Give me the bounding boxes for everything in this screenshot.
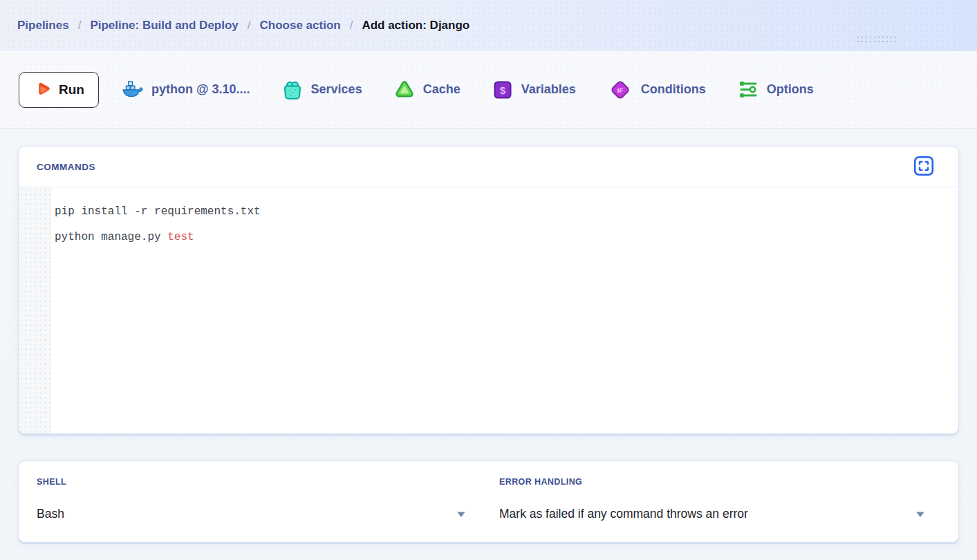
- tab-options-label: Options: [767, 82, 814, 97]
- run-button[interactable]: Run: [19, 72, 99, 108]
- tab-environment-label: python @ 3.10....: [151, 82, 250, 97]
- error-handling-label: ERROR HANDLING: [499, 477, 925, 487]
- command-editor: pip install -r requirements.txtpython ma…: [19, 187, 958, 433]
- shell-field: SHELL Bash: [19, 461, 499, 542]
- docker-icon: [122, 81, 143, 98]
- breadcrumb-separator: /: [350, 19, 353, 32]
- tab-bar: python @ 3.10.... Services: [122, 77, 814, 102]
- commands-panel: COMMANDS pip install -r requirements.txt…: [18, 146, 959, 434]
- command-code-area[interactable]: pip install -r requirements.txtpython ma…: [51, 187, 958, 433]
- breadcrumb-separator: /: [78, 19, 82, 32]
- tab-conditions[interactable]: IF Conditions: [608, 77, 706, 102]
- services-icon: [282, 80, 303, 100]
- error-handling-select[interactable]: Mark as failed if any command throws an …: [499, 507, 925, 521]
- code-line: python manage.py test: [55, 225, 945, 250]
- tab-cache-label: Cache: [423, 82, 460, 97]
- breadcrumb-item-pipeline[interactable]: Pipeline: Build and Deploy: [90, 19, 238, 32]
- header-dots-decoration: [856, 35, 896, 44]
- breadcrumb-item-choose-action[interactable]: Choose action: [260, 19, 341, 32]
- svg-text:IF: IF: [617, 86, 624, 93]
- breadcrumb: Pipelines / Pipeline: Build and Deploy /…: [0, 0, 977, 51]
- breadcrumb-separator: /: [248, 19, 251, 32]
- action-toolbar: Run python @ 3.10....: [0, 51, 977, 129]
- options-icon: [738, 80, 759, 99]
- run-button-label: Run: [59, 82, 84, 97]
- tab-conditions-label: Conditions: [641, 82, 706, 97]
- shell-label: SHELL: [37, 477, 466, 487]
- settings-panel: SHELL Bash ERROR HANDLING Mark as failed…: [18, 460, 959, 543]
- breadcrumb-item-current: Add action: Django: [362, 19, 469, 32]
- expand-icon: [913, 156, 934, 178]
- editor-gutter: [19, 187, 51, 433]
- tab-services[interactable]: Services: [282, 80, 362, 100]
- error-handling-value: Mark as failed if any command throws an …: [499, 507, 748, 521]
- commands-panel-header: COMMANDS: [19, 147, 958, 187]
- shell-select[interactable]: Bash: [37, 507, 466, 521]
- tab-options[interactable]: Options: [738, 80, 814, 99]
- code-line: pip install -r requirements.txt: [55, 199, 945, 225]
- tab-cache[interactable]: Cache: [394, 80, 460, 100]
- conditions-icon: IF: [608, 77, 633, 102]
- expand-editor-button[interactable]: [913, 156, 935, 178]
- commands-title: COMMANDS: [37, 162, 95, 172]
- play-icon: [33, 81, 51, 99]
- tab-services-label: Services: [311, 82, 362, 97]
- tab-variables-label: Variables: [521, 82, 576, 97]
- error-handling-field: ERROR HANDLING Mark as failed if any com…: [499, 461, 958, 542]
- tab-environment[interactable]: python @ 3.10....: [122, 81, 250, 98]
- shell-value: Bash: [37, 507, 64, 521]
- variables-icon: $: [492, 80, 513, 100]
- breadcrumb-item-pipelines[interactable]: Pipelines: [17, 19, 69, 32]
- chevron-down-icon: [915, 508, 925, 521]
- cache-icon: [394, 80, 415, 100]
- chevron-down-icon: [456, 508, 466, 521]
- svg-text:$: $: [500, 84, 505, 95]
- tab-variables[interactable]: $ Variables: [492, 80, 576, 100]
